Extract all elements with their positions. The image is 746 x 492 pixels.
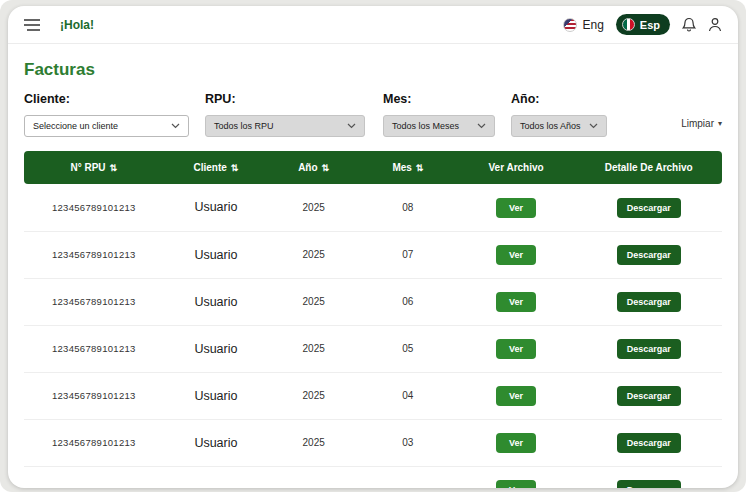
cell-rpu: 123456789101213: [24, 419, 164, 466]
table-row: 123456789101213 Usuario 2025 08 Ver Desc…: [24, 184, 722, 231]
clear-filters-button[interactable]: Limpiar ▾: [681, 118, 722, 129]
descargar-button[interactable]: Descargar: [617, 245, 681, 265]
ver-button[interactable]: Ver: [496, 480, 536, 488]
sort-icon[interactable]: ⇅: [416, 163, 424, 173]
cliente-label: Cliente:: [24, 92, 189, 106]
chevron-down-icon: [347, 123, 356, 129]
chevron-down-icon: [589, 123, 598, 129]
greeting-text: ¡Hola!: [60, 18, 94, 32]
filter-rpu: RPU: Todos los RPU: [205, 92, 365, 137]
notifications-button[interactable]: [682, 17, 696, 32]
cell-detalle: Descargar: [575, 278, 722, 325]
ver-button[interactable]: Ver: [496, 245, 536, 265]
cell-ver: Ver: [457, 184, 576, 231]
descargar-button[interactable]: Descargar: [617, 433, 681, 453]
cell-ver: Ver: [457, 419, 576, 466]
cell-rpu: [24, 466, 164, 488]
cell-detalle: Descargar: [575, 372, 722, 419]
sort-icon[interactable]: ⇅: [322, 163, 330, 173]
descargar-button[interactable]: Descargar: [617, 386, 681, 406]
cell-mes: [359, 466, 457, 488]
rpu-select[interactable]: Todos los RPU: [205, 115, 365, 137]
chevron-down-icon: [171, 123, 180, 129]
header-detalle-label: Detalle De Archivo: [605, 162, 693, 173]
filter-ano: Año: Todos los Años: [511, 92, 607, 137]
mes-label: Mes:: [383, 92, 495, 106]
cell-rpu: 123456789101213: [24, 278, 164, 325]
cell-ver: Ver: [457, 466, 576, 488]
ver-button[interactable]: Ver: [496, 339, 536, 359]
cell-ver: Ver: [457, 278, 576, 325]
cell-cliente: [164, 466, 269, 488]
table-header-row: N° RPU⇅ Cliente⇅ Año⇅ Mes⇅ Ver Archivo D…: [24, 151, 722, 184]
cell-mes: 03: [359, 419, 457, 466]
us-flag-icon: [563, 18, 577, 32]
page-content: Facturas Cliente: Seleccione un cliente …: [8, 60, 738, 488]
header-rpu[interactable]: N° RPU⇅: [24, 151, 164, 184]
ver-button[interactable]: Ver: [496, 386, 536, 406]
header-mes[interactable]: Mes⇅: [359, 151, 457, 184]
ver-button[interactable]: Ver: [496, 198, 536, 218]
bell-icon: [682, 17, 696, 32]
table-row: 123456789101213 Usuario 2025 06 Ver Desc…: [24, 278, 722, 325]
user-menu-button[interactable]: [708, 17, 722, 32]
filter-cliente: Cliente: Seleccione un cliente: [24, 92, 189, 137]
cell-detalle: Descargar: [575, 325, 722, 372]
sort-icon[interactable]: ⇅: [110, 163, 118, 173]
header-ver-label: Ver Archivo: [488, 162, 543, 173]
header-ano-label: Año: [298, 162, 317, 173]
descargar-button[interactable]: Descargar: [617, 480, 681, 488]
cell-detalle: Descargar: [575, 231, 722, 278]
topbar-actions: Eng Esp: [563, 14, 722, 35]
ano-select-value: Todos los Años: [520, 121, 581, 131]
header-ver-archivo: Ver Archivo: [457, 151, 576, 184]
cell-ano: 2025: [268, 419, 359, 466]
mx-flag-icon: [622, 18, 635, 31]
ano-select[interactable]: Todos los Años: [511, 115, 607, 137]
table-row: 123456789101213 Usuario 2025 05 Ver Desc…: [24, 325, 722, 372]
ver-button[interactable]: Ver: [496, 292, 536, 312]
rpu-select-value: Todos los RPU: [214, 121, 274, 131]
table-row: 123456789101213 Usuario 2025 07 Ver Desc…: [24, 231, 722, 278]
table-row: 123456789101213 Usuario 2025 04 Ver Desc…: [24, 372, 722, 419]
cell-ano: 2025: [268, 278, 359, 325]
filters-bar: Cliente: Seleccione un cliente RPU: Todo…: [24, 92, 722, 137]
cell-mes: 07: [359, 231, 457, 278]
header-cliente[interactable]: Cliente⇅: [164, 151, 269, 184]
language-esp-button[interactable]: Esp: [616, 14, 670, 35]
header-ano[interactable]: Año⇅: [268, 151, 359, 184]
cliente-select-value: Seleccione un cliente: [33, 121, 118, 131]
mes-select-value: Todos los Meses: [392, 121, 459, 131]
cell-ano: [268, 466, 359, 488]
cell-ver: Ver: [457, 325, 576, 372]
table-row: 123456789101213 Usuario 2025 03 Ver Desc…: [24, 419, 722, 466]
cell-cliente: Usuario: [164, 419, 269, 466]
cell-detalle: Descargar: [575, 466, 722, 488]
mes-select[interactable]: Todos los Meses: [383, 115, 495, 137]
cell-ano: 2025: [268, 325, 359, 372]
cell-ano: 2025: [268, 231, 359, 278]
descargar-button[interactable]: Descargar: [617, 198, 681, 218]
caret-down-icon: ▾: [718, 119, 722, 128]
table-row-partial: Ver Descargar: [24, 466, 722, 488]
cell-rpu: 123456789101213: [24, 231, 164, 278]
descargar-button[interactable]: Descargar: [617, 292, 681, 312]
header-cliente-label: Cliente: [193, 162, 226, 173]
ver-button[interactable]: Ver: [496, 433, 536, 453]
filter-mes: Mes: Todos los Meses: [383, 92, 495, 137]
main-card: ¡Hola! Eng Esp: [8, 6, 738, 488]
chevron-down-icon: [477, 123, 486, 129]
ano-label: Año:: [511, 92, 607, 106]
header-detalle-archivo: Detalle De Archivo: [575, 151, 722, 184]
menu-icon[interactable]: [24, 19, 40, 31]
language-esp-label: Esp: [640, 19, 660, 31]
cell-rpu: 123456789101213: [24, 184, 164, 231]
descargar-button[interactable]: Descargar: [617, 339, 681, 359]
cell-ano: 2025: [268, 184, 359, 231]
cell-mes: 08: [359, 184, 457, 231]
cell-rpu: 123456789101213: [24, 325, 164, 372]
cell-cliente: Usuario: [164, 278, 269, 325]
cliente-select[interactable]: Seleccione un cliente: [24, 115, 189, 137]
sort-icon[interactable]: ⇅: [231, 163, 239, 173]
language-eng-button[interactable]: Eng: [563, 18, 603, 32]
